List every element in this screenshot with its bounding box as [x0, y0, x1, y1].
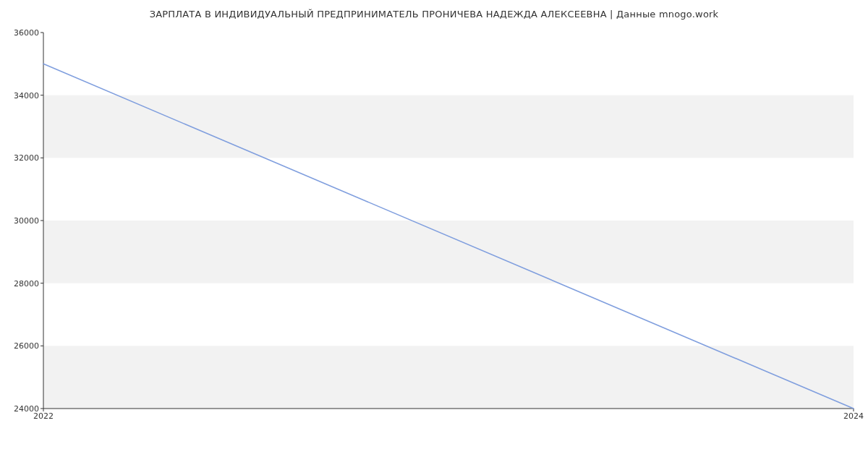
x-tick-label: 2024 — [843, 411, 864, 421]
chart-title: ЗАРПЛАТА В ИНДИВИДУАЛЬНЫЙ ПРЕДПРИНИМАТЕЛ… — [0, 9, 868, 20]
y-tick-label: 30000 — [3, 216, 39, 226]
y-tick-label: 34000 — [3, 90, 39, 100]
svg-rect-1 — [43, 221, 854, 283]
plot-area — [43, 33, 854, 409]
y-tick-label: 28000 — [3, 278, 39, 288]
svg-rect-0 — [43, 346, 854, 409]
y-tick-label: 26000 — [3, 341, 39, 351]
y-tick-label: 32000 — [3, 153, 39, 163]
chart-svg — [43, 33, 854, 409]
svg-rect-2 — [43, 95, 854, 158]
chart-container: ЗАРПЛАТА В ИНДИВИДУАЛЬНЫЙ ПРЕДПРИНИМАТЕЛ… — [0, 0, 868, 448]
y-tick-label: 36000 — [3, 28, 39, 38]
x-tick-label: 2022 — [33, 411, 54, 421]
